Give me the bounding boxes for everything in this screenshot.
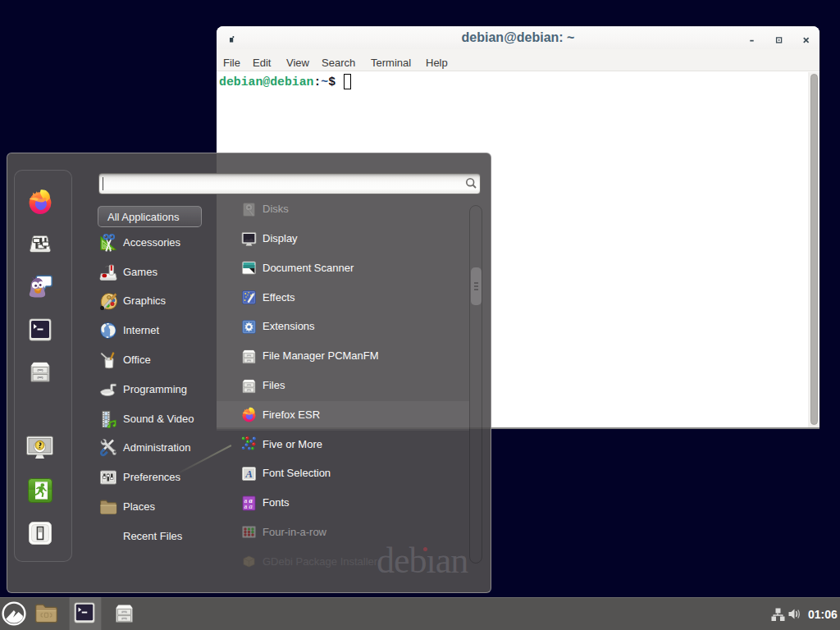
svg-text:a: a (244, 502, 248, 510)
svg-text:A: A (244, 468, 253, 480)
svg-text:a: a (249, 502, 253, 510)
